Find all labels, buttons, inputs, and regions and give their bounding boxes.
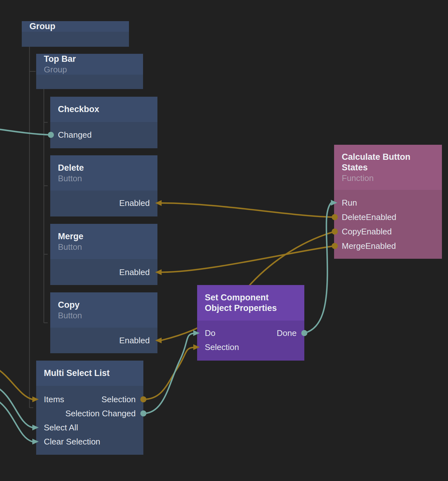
port-label: Select All [44, 423, 78, 433]
port-deleteenabled[interactable]: DeleteEnabled [334, 210, 442, 224]
port-mergeenabled[interactable]: MergeEnabled [334, 239, 442, 253]
node-editor-canvas[interactable]: Group Top Bar Group Checkbox Changed Del… [0, 0, 448, 481]
port-clear-selection[interactable]: Clear Selection [36, 435, 143, 449]
wire-selection-to-setcomp-selection[interactable] [143, 347, 193, 399]
tree-line-topbar-children [44, 89, 48, 323]
node-copy[interactable]: Copy Button Enabled [50, 292, 157, 353]
port-label: Clear Selection [44, 437, 100, 447]
port-delete-enabled[interactable]: Enabled [50, 196, 157, 210]
port-copyenabled[interactable]: CopyEnabled [334, 224, 442, 239]
node-delete[interactable]: Delete Button Enabled [50, 155, 157, 216]
node-title: Copy [58, 300, 150, 310]
node-multi-select-list[interactable]: Multi Select List Items Selection Select… [36, 361, 143, 455]
node-subtitle: Button [58, 310, 150, 321]
node-title: Merge [58, 231, 150, 242]
node-setcomp-header: Set Component Object Properties [197, 285, 304, 321]
node-merge[interactable]: Merge Button Enabled [50, 224, 157, 285]
port-label: Enabled [119, 198, 150, 208]
node-checkbox[interactable]: Checkbox Changed [50, 97, 157, 148]
node-top-bar-header: Top Bar Group [36, 54, 143, 75]
port-label: Selection Changed [65, 409, 136, 419]
node-subtitle: Group [44, 64, 135, 75]
node-delete-header: Delete Button [50, 155, 157, 191]
node-subtitle: Button [58, 242, 150, 252]
node-calculate-button-states[interactable]: Calculate Button States Function Run Del… [334, 145, 442, 259]
node-multi-select-list-header: Multi Select List [36, 361, 143, 386]
node-calc-header: Calculate Button States Function [334, 145, 442, 190]
wire-done-to-run[interactable] [304, 203, 331, 333]
port-changed[interactable]: Changed [50, 128, 157, 142]
node-title: Group [29, 21, 121, 32]
node-subtitle: Function [342, 173, 434, 183]
node-title: Multi Select List [44, 368, 136, 379]
wire-offscreen-to-clearselection[interactable] [0, 399, 32, 442]
port-setcomp-selection[interactable]: Selection [197, 340, 304, 354]
wire-mergeenabled-to-merge-enabled[interactable] [161, 246, 335, 272]
node-subtitle: Button [58, 173, 150, 183]
port-label: Enabled [119, 336, 150, 346]
node-group-header: Group [22, 21, 129, 32]
port-label: Changed [58, 130, 92, 140]
node-title: Calculate Button States [342, 152, 425, 173]
node-top-bar[interactable]: Top Bar Group [36, 54, 143, 89]
port-label: MergeEnabled [342, 241, 396, 251]
port-selection-changed[interactable]: Selection Changed [36, 406, 143, 420]
node-title: Delete [58, 163, 150, 173]
port-run[interactable]: Run [334, 196, 442, 210]
node-checkbox-header: Checkbox [50, 97, 157, 122]
node-copy-header: Copy Button [50, 292, 157, 328]
port-label: DeleteEnabled [342, 212, 396, 222]
node-title: Checkbox [58, 104, 150, 115]
node-title: Top Bar [44, 54, 135, 64]
node-title: Set Component Object Properties [205, 292, 282, 314]
wire-changed-to-offscreen[interactable] [0, 129, 51, 135]
port-done[interactable]: Done [277, 328, 297, 338]
port-selection[interactable]: Selection [101, 395, 136, 404]
port-label: CopyEnabled [342, 227, 392, 237]
node-group[interactable]: Group [22, 21, 129, 47]
port-merge-enabled[interactable]: Enabled [50, 265, 157, 279]
port-select-all[interactable]: Select All [36, 420, 143, 435]
port-label: Selection [205, 342, 239, 352]
wire-deleteenabled-to-delete-enabled[interactable] [161, 203, 335, 217]
port-items[interactable]: Items [44, 395, 64, 404]
port-label: Run [342, 198, 357, 208]
port-do[interactable]: Do [205, 328, 215, 338]
port-row-do-done[interactable]: Do Done [197, 326, 304, 340]
port-label: Enabled [119, 267, 150, 277]
port-copy-enabled[interactable]: Enabled [50, 333, 157, 347]
node-set-component-object-properties[interactable]: Set Component Object Properties Do Done … [197, 285, 304, 361]
tree-line-group-children [29, 47, 36, 408]
node-merge-header: Merge Button [50, 224, 157, 259]
port-row-items-selection[interactable]: Items Selection [36, 392, 143, 406]
